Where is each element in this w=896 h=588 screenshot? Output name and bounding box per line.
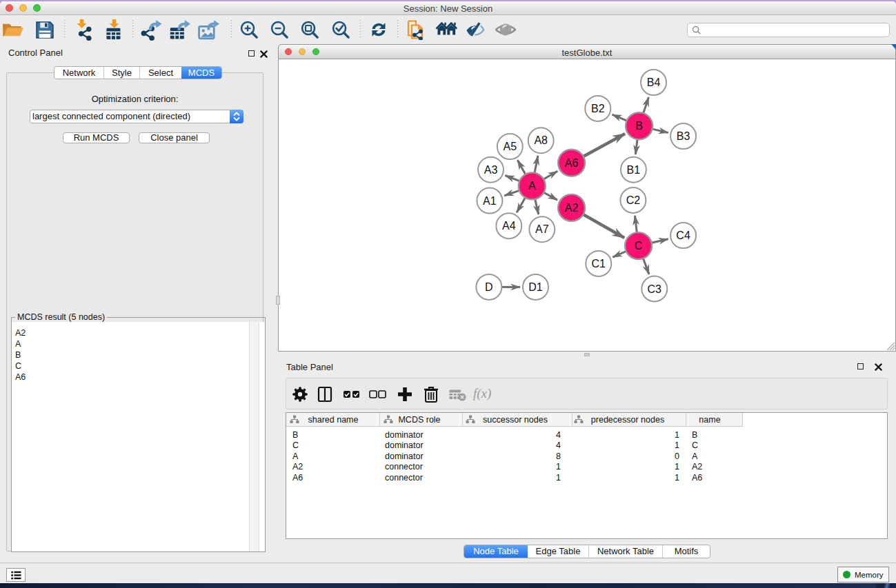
svg-text:A2: A2 — [565, 202, 579, 214]
svg-text:A4: A4 — [502, 220, 516, 232]
svg-text:A3: A3 — [484, 164, 498, 176]
svg-text:B2: B2 — [591, 103, 605, 114]
svg-text:C: C — [635, 240, 643, 252]
svg-text:C3: C3 — [648, 283, 662, 295]
svg-text:B: B — [635, 120, 643, 132]
svg-text:A6: A6 — [565, 157, 579, 169]
svg-text:A8: A8 — [534, 134, 548, 146]
svg-text:B3: B3 — [677, 130, 690, 142]
svg-text:A: A — [528, 180, 536, 192]
svg-text:A1: A1 — [483, 195, 497, 207]
svg-text:D: D — [485, 281, 493, 293]
svg-text:C4: C4 — [676, 230, 690, 241]
svg-text:A5: A5 — [504, 141, 517, 152]
svg-text:B1: B1 — [627, 164, 641, 176]
svg-text:A7: A7 — [535, 223, 549, 235]
svg-text:B4: B4 — [647, 77, 661, 88]
svg-text:C2: C2 — [626, 194, 641, 206]
svg-text:D1: D1 — [528, 281, 543, 293]
svg-text:C1: C1 — [592, 258, 606, 270]
